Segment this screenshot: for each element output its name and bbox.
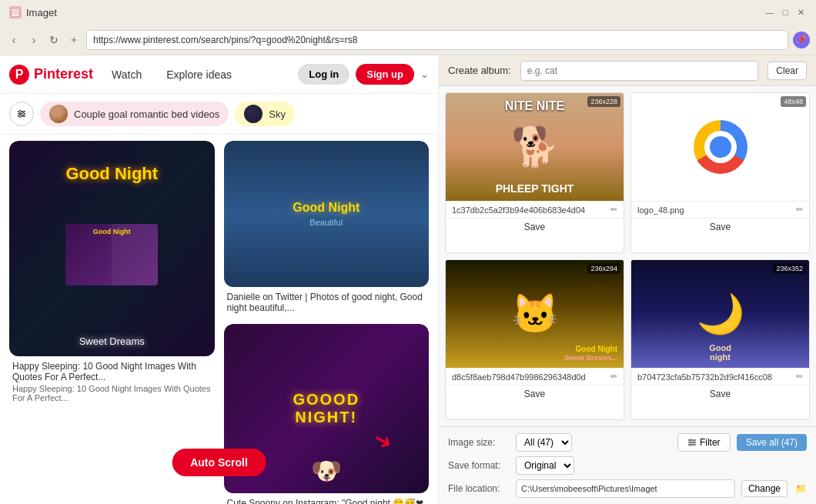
forward-button[interactable]: › xyxy=(26,32,42,48)
titlebar-left: 🖼 Imaget xyxy=(9,6,57,18)
pinterest-auth: Log in Sign up ⌄ xyxy=(298,64,429,85)
imaget-panel: Create album: Clear NITE NITE 🐕 PHLEEP T… xyxy=(439,55,816,504)
signup-button[interactable]: Sign up xyxy=(356,64,414,85)
pill-sky-text: Sky xyxy=(269,108,286,120)
pinterest-header: P Pinterest Watch Explore ideas Log in S… xyxy=(0,55,438,94)
pin-card-2[interactable]: Good Night Beautiful Danielle on Twitter… xyxy=(224,141,430,315)
file-location-input[interactable] xyxy=(516,479,735,498)
save-button-4[interactable]: Save xyxy=(631,385,809,402)
pinterest-logo[interactable]: P Pinterest xyxy=(9,65,93,85)
minimize-button[interactable]: ― xyxy=(764,6,776,18)
window-controls: ― □ ✕ xyxy=(764,6,807,18)
svg-point-10 xyxy=(693,442,694,443)
phleep-text: PHLEEP TIGHT xyxy=(446,182,624,195)
clear-button[interactable]: Clear xyxy=(768,62,807,80)
filter-button[interactable] xyxy=(9,102,34,126)
image-preview-2: 48x48 xyxy=(631,93,809,201)
nav-more-button[interactable]: ⌄ xyxy=(420,68,429,80)
close-button[interactable]: ✕ xyxy=(794,6,807,18)
extension-button[interactable]: 📌 xyxy=(793,32,810,48)
img-badge-2: 48x48 xyxy=(781,96,806,107)
filter-right-button[interactable]: Filter xyxy=(677,433,731,452)
filter-btn-label: Filter xyxy=(700,437,721,448)
img-meta-2: logo_48.png ✏ xyxy=(631,201,809,218)
address-bar[interactable]: https://www.pinterest.com/search/pins/?q… xyxy=(86,30,788,50)
change-button[interactable]: Change xyxy=(741,480,788,497)
login-button[interactable]: Log in xyxy=(298,64,349,85)
album-input[interactable] xyxy=(520,61,759,81)
image-preview-3: 🐱 Good NightSweet Dreams... 236x294 xyxy=(446,260,624,368)
pin-card-1[interactable]: Good Night Sweet Dreams Happy Sleeping: … xyxy=(9,141,215,407)
auto-scroll-button[interactable]: Auto Scroll xyxy=(172,449,266,476)
dog-face-emoji: 🐕 xyxy=(511,125,559,169)
svg-point-5 xyxy=(19,115,22,118)
browser-chrome: ‹ › ↻ ＋ https://www.pinterest.com/search… xyxy=(0,25,816,55)
pinterest-nav: Watch Explore ideas xyxy=(105,65,238,84)
search-bar-area: Couple goal romantic bed videos Sky xyxy=(0,94,438,135)
save-format-select[interactable]: Original xyxy=(516,456,574,475)
pin-image-2: Good Night Beautiful xyxy=(224,141,430,287)
image-preview-1: NITE NITE 🐕 PHLEEP TIGHT 236x228 xyxy=(446,93,624,201)
edit-icon-3[interactable]: ✏ xyxy=(610,372,617,382)
save-button-2[interactable]: Save xyxy=(631,218,809,235)
chrome-logo-center xyxy=(710,136,731,158)
imaget-toolbar: Create album: Clear xyxy=(439,55,816,86)
pinterest-panel: P Pinterest Watch Explore ideas Log in S… xyxy=(0,55,439,504)
image-card-2: 48x48 logo_48.png ✏ Save xyxy=(630,92,810,253)
pinterest-wordmark: Pinterest xyxy=(34,66,93,82)
edit-icon-2[interactable]: ✏ xyxy=(796,205,803,215)
img-meta-4: b704723cfa5b75732b2d9cf416cc08 ✏ xyxy=(631,368,809,385)
file-location-row: File location: Change 📁 xyxy=(448,479,807,498)
pin-1-title: Happy Sleeping: 10 Good Night Images Wit… xyxy=(9,356,215,384)
pin-card-3[interactable]: GOOODNIGHT! 🐶 Cute Snoopy on Instagram: … xyxy=(224,324,430,504)
chrome-logo-outer xyxy=(694,120,747,174)
new-tab-button[interactable]: ＋ xyxy=(66,32,82,48)
image-size-select[interactable]: All (47) xyxy=(516,433,572,452)
url-text: https://www.pinterest.com/search/pins/?q… xyxy=(93,35,358,45)
img-badge-3: 236x294 xyxy=(587,263,620,274)
img-filename-1: 1c37db2c5a2f3b94e406b683e4d04 xyxy=(452,205,607,215)
img-meta-1: 1c37db2c5a2f3b94e406b683e4d04 ✏ xyxy=(446,201,624,218)
pin-2-title: Danielle on Twitter | Photos of good nig… xyxy=(224,287,430,315)
image-size-row: Image size: All (47) Filter Save all xyxy=(448,433,807,452)
edit-icon-1[interactable]: ✏ xyxy=(610,205,617,215)
filter-icon xyxy=(687,438,697,447)
cat-image: 🐱 Good NightSweet Dreams... xyxy=(446,260,624,368)
pinterest-content-wrapper: Good Night Sweet Dreams Happy Sleeping: … xyxy=(0,135,438,504)
refresh-button[interactable]: ↻ xyxy=(46,32,62,48)
main-layout: P Pinterest Watch Explore ideas Log in S… xyxy=(0,55,816,504)
sweet-dreams-text: Sweet Dreams xyxy=(79,335,145,347)
image-card-1: NITE NITE 🐕 PHLEEP TIGHT 236x228 1c37db2… xyxy=(445,92,624,253)
pill-avatar xyxy=(49,105,68,123)
image-preview-4: 🌙 Goodnight 236x352 xyxy=(631,260,809,368)
bottom-controls: Image size: All (47) Filter Save all xyxy=(439,426,816,504)
nav-watch[interactable]: Watch xyxy=(105,65,148,84)
app-title: Imaget xyxy=(26,7,57,18)
pill-sky-image xyxy=(244,105,263,123)
svg-point-9 xyxy=(690,439,691,441)
nav-explore[interactable]: Explore ideas xyxy=(160,65,238,84)
svg-point-4 xyxy=(22,113,25,115)
maximize-button[interactable]: □ xyxy=(779,6,791,18)
pill-romantic-text: Couple goal romantic bed videos xyxy=(74,108,219,120)
file-location-label: File location: xyxy=(448,483,510,494)
save-button-1[interactable]: Save xyxy=(446,218,624,235)
image-card-3: 🐱 Good NightSweet Dreams... 236x294 d8c5… xyxy=(445,259,624,420)
moon-emoji: 🌙 xyxy=(697,292,744,336)
edit-icon-4[interactable]: ✏ xyxy=(796,372,803,382)
images-grid: NITE NITE 🐕 PHLEEP TIGHT 236x228 1c37db2… xyxy=(439,86,816,426)
logo-image xyxy=(631,93,809,201)
folder-icon: 📁 xyxy=(795,483,807,494)
back-button[interactable]: ‹ xyxy=(6,32,22,48)
image-size-label: Image size: xyxy=(448,437,510,448)
snoopy-text: GOOODNIGHT! xyxy=(293,391,360,426)
save-all-button[interactable]: Save all (47) xyxy=(737,434,807,451)
pill-sky[interactable]: Sky xyxy=(235,102,295,126)
pill-romantic[interactable]: Couple goal romantic bed videos xyxy=(40,102,229,126)
svg-point-11 xyxy=(690,444,691,446)
img-badge-4: 236x352 xyxy=(773,263,806,274)
titlebar: 🖼 Imaget ― □ ✕ xyxy=(0,0,816,25)
img-badge-1: 236x228 xyxy=(587,96,620,107)
save-button-3[interactable]: Save xyxy=(446,385,624,402)
chrome-logo-inner xyxy=(704,131,737,163)
